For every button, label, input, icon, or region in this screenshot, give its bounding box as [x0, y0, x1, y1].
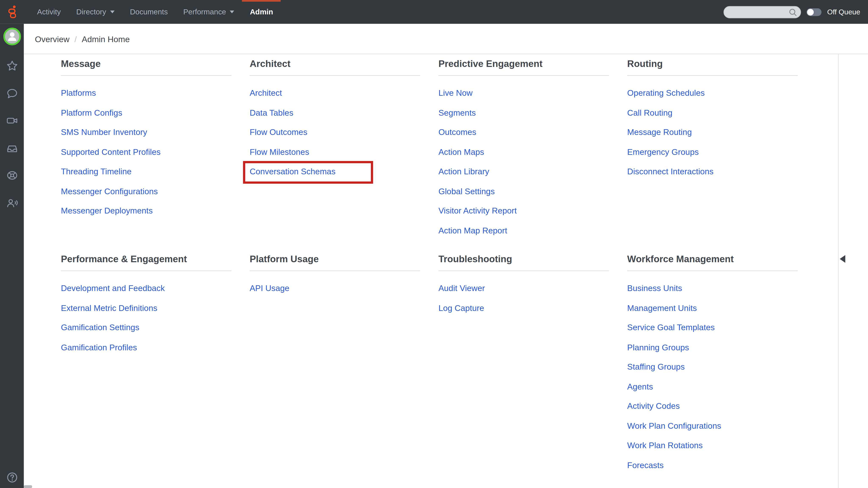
admin-link-segments[interactable]: Segments	[438, 108, 609, 117]
admin-link-api-usage[interactable]: API Usage	[250, 284, 420, 292]
admin-link-audit-viewer[interactable]: Audit Viewer	[438, 284, 609, 292]
admin-link-conversation-schemas[interactable]: Conversation Schemas	[250, 167, 420, 175]
chevron-down-icon	[230, 10, 235, 13]
section-title: Troubleshooting	[438, 253, 609, 265]
inbox-icon[interactable]	[6, 142, 18, 154]
section-divider	[627, 271, 798, 271]
admin-link-action-library[interactable]: Action Library	[438, 167, 609, 175]
admin-link-outcomes[interactable]: Outcomes	[438, 128, 609, 136]
tab-performance[interactable]: Performance	[176, 0, 242, 24]
section-links: Business UnitsManagement UnitsService Go…	[627, 284, 798, 469]
chat-icon[interactable]	[6, 87, 18, 99]
tab-admin[interactable]: Admin	[242, 0, 281, 24]
section-links: Live NowSegmentsOutcomesAction MapsActio…	[438, 89, 609, 234]
admin-link-service-goal-templates[interactable]: Service Goal Templates	[627, 323, 798, 332]
admin-link-staffing-groups[interactable]: Staffing Groups	[627, 362, 798, 371]
section-title: Architect	[250, 58, 420, 70]
tab-activity[interactable]: Activity	[29, 0, 69, 24]
section-links: Operating SchedulesCall RoutingMessage R…	[627, 89, 798, 175]
breadcrumb: Overview / Admin Home	[24, 24, 868, 54]
admin-link-development-and-feedback[interactable]: Development and Feedback	[61, 284, 231, 292]
admin-link-messenger-configurations[interactable]: Messenger Configurations	[61, 187, 231, 195]
section-divider	[61, 75, 231, 76]
genesys-logo-icon	[8, 5, 16, 18]
admin-link-management-units[interactable]: Management Units	[627, 304, 798, 312]
admin-link-external-metric-definitions[interactable]: External Metric Definitions	[61, 304, 231, 312]
sidebar	[0, 24, 24, 488]
section-divider	[438, 75, 609, 76]
sidebar-icons	[6, 60, 18, 209]
admin-link-planning-groups[interactable]: Planning Groups	[627, 343, 798, 351]
admin-link-gamification-settings[interactable]: Gamification Settings	[61, 323, 231, 332]
section-links: API Usage	[250, 284, 420, 292]
tab-directory-label: Directory	[76, 8, 106, 16]
section-links: Development and FeedbackExternal Metric …	[61, 284, 231, 351]
admin-link-message-routing[interactable]: Message Routing	[627, 128, 798, 136]
breadcrumb-overview[interactable]: Overview	[35, 34, 69, 43]
tab-documents[interactable]: Documents	[122, 0, 176, 24]
admin-link-disconnect-interactions[interactable]: Disconnect Interactions	[627, 167, 798, 175]
section-title: Platform Usage	[250, 253, 420, 265]
admin-link-platforms[interactable]: Platforms	[61, 89, 231, 97]
admin-link-call-routing[interactable]: Call Routing	[627, 108, 798, 117]
breadcrumb-admin-home: Admin Home	[82, 34, 130, 43]
agent-voice-icon[interactable]	[6, 197, 18, 209]
tab-activity-label: Activity	[37, 8, 61, 16]
admin-link-forecasts[interactable]: Forecasts	[627, 461, 798, 469]
admin-link-action-map-report[interactable]: Action Map Report	[438, 226, 609, 234]
admin-link-work-plan-rotations[interactable]: Work Plan Rotations	[627, 441, 798, 449]
admin-link-sms-number-inventory[interactable]: SMS Number Inventory	[61, 128, 231, 136]
admin-link-platform-configs[interactable]: Platform Configs	[61, 108, 231, 117]
section-workforce-management: Workforce Management Business UnitsManag…	[627, 253, 798, 480]
admin-link-business-units[interactable]: Business Units	[627, 284, 798, 292]
admin-link-visitor-activity-report[interactable]: Visitor Activity Report	[438, 206, 609, 215]
collapse-panel-arrow[interactable]	[840, 255, 845, 263]
admin-link-gamification-profiles[interactable]: Gamification Profiles	[61, 343, 231, 351]
admin-link-action-maps[interactable]: Action Maps	[438, 147, 609, 156]
off-queue-toggle[interactable]	[807, 8, 822, 16]
tab-documents-label: Documents	[130, 8, 168, 16]
section-links: PlatformsPlatform ConfigsSMS Number Inve…	[61, 89, 231, 215]
admin-link-log-capture[interactable]: Log Capture	[438, 304, 609, 312]
genesys-logo	[0, 0, 24, 24]
section-title: Routing	[627, 58, 798, 70]
admin-link-data-tables[interactable]: Data Tables	[250, 108, 420, 117]
admin-link-architect[interactable]: Architect	[250, 89, 420, 97]
section-links: Audit ViewerLog Capture	[438, 284, 609, 312]
admin-link-flow-outcomes[interactable]: Flow Outcomes	[250, 128, 420, 136]
section-divider	[250, 271, 420, 271]
user-icon	[5, 29, 19, 43]
section-title: Performance & Engagement	[61, 253, 231, 265]
toggle-knob	[807, 8, 814, 15]
admin-link-operating-schedules[interactable]: Operating Schedules	[627, 89, 798, 97]
admin-link-global-settings[interactable]: Global Settings	[438, 187, 609, 195]
top-nav-right: Off Queue	[723, 0, 868, 24]
life-ring-icon[interactable]	[6, 169, 18, 181]
help-icon[interactable]	[6, 471, 18, 484]
section-title: Message	[61, 58, 231, 70]
admin-link-work-plan-configurations[interactable]: Work Plan Configurations	[627, 421, 798, 430]
favorites-star-icon[interactable]	[6, 60, 18, 72]
tab-directory[interactable]: Directory	[68, 0, 122, 24]
admin-link-live-now[interactable]: Live Now	[438, 89, 609, 97]
chevron-down-icon	[110, 10, 115, 13]
search-icon[interactable]	[789, 8, 797, 16]
admin-link-threading-timeline[interactable]: Threading Timeline	[61, 167, 231, 175]
admin-link-messenger-deployments[interactable]: Messenger Deployments	[61, 206, 231, 215]
section-divider	[627, 75, 798, 76]
section-troubleshooting: Troubleshooting Audit ViewerLog Capture	[438, 253, 609, 480]
section-architect: Architect ArchitectData TablesFlow Outco…	[250, 58, 420, 253]
section-divider	[250, 75, 420, 76]
admin-link-flow-milestones[interactable]: Flow Milestones	[250, 147, 420, 156]
section-platform-usage: Platform Usage API Usage	[250, 253, 420, 480]
admin-home-page: Activity Directory Documents Performance…	[0, 0, 868, 488]
content-area: Overview / Admin Home Message PlatformsP…	[24, 24, 868, 488]
admin-link-emergency-groups[interactable]: Emergency Groups	[627, 147, 798, 156]
top-nav: Activity Directory Documents Performance…	[0, 0, 868, 24]
horizontal-scrollbar-thumb[interactable]	[24, 485, 32, 488]
admin-link-supported-content-profiles[interactable]: Supported Content Profiles	[61, 147, 231, 156]
video-icon[interactable]	[6, 115, 18, 127]
avatar[interactable]	[3, 28, 21, 45]
admin-link-agents[interactable]: Agents	[627, 382, 798, 390]
admin-link-activity-codes[interactable]: Activity Codes	[627, 402, 798, 410]
